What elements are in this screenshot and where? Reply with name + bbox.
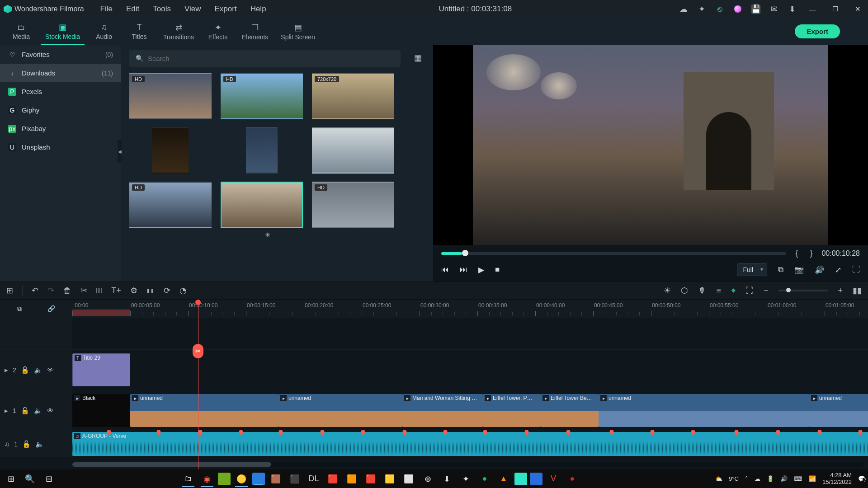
media-thumb[interactable] [152, 127, 189, 174]
mixer-icon[interactable]: ≡ [716, 286, 721, 296]
tb-app11-icon[interactable]: ⬇ [439, 471, 455, 487]
track-manage-icon[interactable]: ⧉ [17, 305, 22, 313]
adjust-button[interactable]: ⚙ [130, 286, 137, 296]
sidebar-item-giphy[interactable]: GGiphy [0, 101, 121, 119]
media-thumb[interactable] [312, 127, 394, 174]
text-button[interactable]: T+ [111, 286, 121, 296]
preview-quality-select[interactable]: Full [737, 263, 767, 276]
track-mute-icon[interactable]: 🔈 [34, 366, 42, 374]
account-icon[interactable] [733, 5, 742, 14]
grid-view-icon[interactable]: ▦ [414, 53, 425, 64]
media-thumb[interactable]: HD [221, 73, 303, 119]
tb-vlc-icon[interactable]: ▲ [495, 471, 512, 487]
track-visibility-icon[interactable]: 👁 [47, 366, 54, 374]
tray-onedrive-icon[interactable]: ☁ [755, 475, 760, 482]
menu-edit[interactable]: Edit [121, 3, 145, 15]
window-minimize-icon[interactable]: — [806, 5, 819, 14]
mark-out-button[interactable]: } [807, 249, 815, 258]
playhead[interactable] [198, 300, 198, 469]
tb-app10-icon[interactable]: ⊕ [420, 471, 436, 487]
tray-lang-icon[interactable]: ⌨ [794, 475, 802, 482]
window-maximize-icon[interactable]: ☐ [828, 5, 842, 14]
title-clip[interactable]: TTitle 29 [72, 353, 130, 386]
start-button[interactable]: ⊞ [3, 471, 19, 487]
voiceover-icon[interactable]: 🎙 [698, 286, 706, 296]
tb-app2-icon[interactable]: 🟫 [268, 471, 284, 487]
media-thumb[interactable]: HD [312, 182, 394, 228]
video-clip[interactable]: ▸unnamed [130, 394, 278, 427]
zoom-in-button[interactable]: + [838, 286, 843, 296]
compare-icon[interactable]: ⧉ [778, 265, 783, 274]
menu-view[interactable]: View [179, 3, 207, 15]
auto-ripple-icon[interactable]: ⊞ [6, 286, 13, 296]
tray-wifi-icon[interactable]: 📶 [809, 475, 816, 482]
tb-app9-icon[interactable]: ⬜ [401, 471, 417, 487]
video-clip[interactable]: ▸Man and Woman Sitting … [402, 394, 483, 427]
link-icon[interactable]: 🔗 [47, 305, 55, 312]
render-icon[interactable]: ☀ [664, 286, 671, 296]
video-clip[interactable]: ▸Eiffel Tower Be… [541, 394, 599, 427]
export-button[interactable]: Export [795, 24, 840, 38]
taskbar-clock[interactable]: 4:28 AM 15/12/2022 [822, 472, 852, 486]
tb-app14-icon[interactable]: V [545, 471, 561, 487]
tray-chevron-icon[interactable]: ˄ [745, 475, 748, 482]
sidebar-item-downloads[interactable]: ↓Downloads(11) [0, 64, 121, 82]
notifications-icon[interactable]: 💬7 [858, 475, 865, 482]
tray-volume-icon[interactable]: 🔊 [780, 475, 788, 482]
fullscreen-icon[interactable]: ⛶ [852, 265, 860, 274]
tab-split[interactable]: ▤Split Screen [276, 18, 319, 45]
video-clip[interactable]: ▸Eiffel Tower, P… [483, 394, 541, 427]
track-mute-icon[interactable]: 🔈 [35, 440, 44, 448]
record-icon[interactable]: ⬇ [788, 5, 797, 14]
video-clip[interactable]: ▸unnamed [599, 394, 809, 427]
timeline-h-scrollbar[interactable] [72, 462, 863, 467]
speed-button[interactable]: ⟳ [164, 286, 170, 296]
weather-icon[interactable]: ⛅ [715, 475, 722, 482]
tb-app13-icon[interactable] [530, 473, 542, 485]
track-mute-icon[interactable]: 🔈 [34, 407, 42, 415]
tb-filmora-icon[interactable] [514, 473, 527, 485]
track-lock-icon[interactable]: 🔓 [22, 440, 31, 448]
media-thumb[interactable]: 720x720 [312, 73, 394, 119]
tb-app7-icon[interactable]: 🟥 [363, 471, 379, 487]
tb-app3-icon[interactable]: ⬛ [287, 471, 303, 487]
tb-chrome-icon[interactable]: 🟡 [233, 471, 250, 487]
prev-frame-button[interactable]: ⏮ [441, 265, 449, 274]
sidebar-item-pixabay[interactable]: pxPixabay [0, 119, 121, 138]
snapshot-icon[interactable]: 📷 [794, 265, 804, 275]
tips-icon[interactable]: ✦ [697, 5, 706, 14]
tab-titles[interactable]: TTitles [123, 18, 155, 45]
mail-icon[interactable]: ✉ [769, 5, 778, 14]
levels-button[interactable]: ⫾⫾ [146, 286, 155, 296]
next-frame-button[interactable]: ⏭ [460, 265, 467, 274]
support-icon[interactable]: ⎋ [715, 5, 724, 14]
window-close-icon[interactable]: ✕ [851, 5, 864, 14]
tb-search-icon[interactable]: 🔍 [22, 471, 38, 487]
color-button[interactable]: ◔ [179, 286, 187, 296]
tb-app6-icon[interactable]: 🟧 [344, 471, 360, 487]
video-clip[interactable]: ▸Black [72, 394, 130, 427]
sidebar-item-favorites[interactable]: ♡Favorites(0) [0, 45, 121, 64]
media-thumb[interactable]: HD [129, 182, 212, 228]
tb-spotify-icon[interactable]: ● [476, 471, 493, 487]
tb-explorer-icon[interactable]: 🗂 [180, 471, 196, 487]
stop-button[interactable]: ■ [495, 265, 500, 274]
weather-temp[interactable]: 9°C [729, 475, 739, 482]
cloud-icon[interactable]: ☁ [679, 5, 688, 14]
sidebar-item-pexels[interactable]: PPexels [0, 82, 121, 101]
popout-icon[interactable]: ⤢ [835, 265, 841, 275]
tb-app5-icon[interactable]: 🟥 [325, 471, 341, 487]
play-button[interactable]: ▶ [478, 265, 484, 275]
tb-app1-icon[interactable] [252, 473, 265, 485]
split-handle-icon[interactable]: ✂ [193, 344, 203, 358]
tray-battery-icon[interactable]: 🔋 [767, 475, 774, 482]
track-lock-icon[interactable]: 🔓 [21, 366, 29, 374]
mark-in-button[interactable]: { [793, 249, 801, 258]
audio-clip[interactable]: ♫A-GROUP - Verve [72, 432, 868, 456]
timeline-ruler[interactable]: :00:0000:00:05:0000:00:10:0000:00:15:000… [72, 300, 868, 318]
media-thumb[interactable] [221, 182, 303, 228]
crop-button[interactable]: ◯⃠ [96, 286, 102, 296]
media-thumb[interactable]: HD [129, 73, 212, 119]
tab-effects[interactable]: ✦Effects [202, 18, 234, 45]
search-box[interactable]: 🔍 [129, 50, 401, 67]
